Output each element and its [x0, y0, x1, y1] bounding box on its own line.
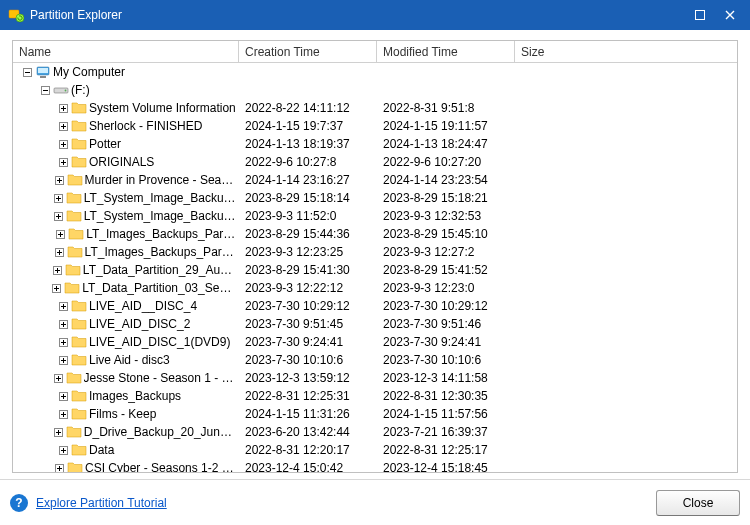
expand-icon[interactable]: [52, 282, 62, 294]
creation-time: 2022-8-22 14:11:12: [239, 101, 377, 115]
tree-node-folder[interactable]: Images_Backups2022-8-31 12:25:312022-8-3…: [13, 387, 737, 405]
tree-node-folder[interactable]: LT_System_Image_Backup_0...2023-9-3 11:5…: [13, 207, 737, 225]
tree-node-folder[interactable]: ORIGINALS2022-9-6 10:27:82022-9-6 10:27:…: [13, 153, 737, 171]
folder-icon: [71, 442, 87, 458]
tree-node-folder[interactable]: LT_Data_Partition_29_Aug_20...2023-8-29 …: [13, 261, 737, 279]
expand-icon[interactable]: [53, 210, 64, 222]
item-name: LT_Images_Backups_Partitio...: [85, 245, 237, 259]
folder-icon: [71, 100, 87, 116]
tree-node-folder[interactable]: Live Aid - disc32023-7-30 10:10:62023-7-…: [13, 351, 737, 369]
item-name: Sherlock - FINISHED: [89, 119, 237, 133]
tree-node-drive[interactable]: (F:): [13, 81, 737, 99]
item-name: LIVE_AID_DISC_2: [89, 317, 237, 331]
creation-time: 2024-1-14 23:16:27: [239, 173, 377, 187]
item-name: LT_System_Image_Backup_2...: [84, 191, 237, 205]
tree-node-folder[interactable]: Films - Keep2024-1-15 11:31:262024-1-15 …: [13, 405, 737, 423]
expand-icon[interactable]: [54, 246, 65, 258]
tree-node-folder[interactable]: System Volume Information2022-8-22 14:11…: [13, 99, 737, 117]
tree-node-label: (F:): [71, 83, 237, 97]
folder-icon: [71, 316, 87, 332]
tree-node-folder[interactable]: Murder in Provence - Season...2024-1-14 …: [13, 171, 737, 189]
modified-time: 2023-9-3 12:23:0: [377, 281, 515, 295]
tree-node-folder[interactable]: Jesse Stone - Season 1 - FINI...2023-12-…: [13, 369, 737, 387]
tree-node-folder[interactable]: D_Drive_Backup_20_Jun_20232023-6-20 13:4…: [13, 423, 737, 441]
creation-time: 2024-1-15 11:31:26: [239, 407, 377, 421]
creation-time: 2022-8-31 12:20:17: [239, 443, 377, 457]
tree-node-folder[interactable]: Data2022-8-31 12:20:172022-8-31 12:25:17: [13, 441, 737, 459]
creation-time: 2024-1-15 19:7:37: [239, 119, 377, 133]
tree-node-folder[interactable]: LIVE_AID__DISC_42023-7-30 10:29:122023-7…: [13, 297, 737, 315]
item-name: Potter: [89, 137, 237, 151]
expand-icon[interactable]: [53, 192, 64, 204]
item-name: CSI Cyber - Seasons 1-2 - Fl...: [85, 461, 237, 472]
tree-node-folder[interactable]: LT_Data_Partition_03_Sep_20232023-9-3 12…: [13, 279, 737, 297]
expand-icon[interactable]: [57, 336, 69, 348]
item-name: LT_Images_Backups_Partiti...: [86, 227, 237, 241]
creation-time: 2023-9-3 12:23:25: [239, 245, 377, 259]
modified-time: 2022-8-31 12:25:17: [377, 443, 515, 457]
tree-node-folder[interactable]: Potter2024-1-13 18:19:372024-1-13 18:24:…: [13, 135, 737, 153]
folder-icon: [71, 118, 87, 134]
column-header-size[interactable]: Size: [515, 41, 737, 62]
expand-icon[interactable]: [57, 444, 69, 456]
folder-icon: [67, 244, 83, 260]
tree-node-folder[interactable]: LIVE_AID_DISC_1(DVD9)2023-7-30 9:24:4120…: [13, 333, 737, 351]
expand-icon[interactable]: [52, 264, 63, 276]
tree-node-folder[interactable]: LT_Images_Backups_Partiti...2023-8-29 15…: [13, 225, 737, 243]
window-maximize-button[interactable]: [688, 3, 712, 27]
column-header-name[interactable]: Name: [13, 41, 239, 62]
folder-icon: [71, 154, 87, 170]
creation-time: 2023-12-3 13:59:12: [239, 371, 377, 385]
column-header-creation-time[interactable]: Creation Time: [239, 41, 377, 62]
folder-icon: [71, 388, 87, 404]
item-name: Live Aid - disc3: [89, 353, 237, 367]
expand-icon[interactable]: [57, 390, 69, 402]
tutorial-link[interactable]: Explore Partition Tutorial: [36, 496, 167, 510]
folder-icon: [66, 190, 82, 206]
modified-time: 2023-9-3 12:27:2: [377, 245, 515, 259]
expand-icon[interactable]: [57, 156, 69, 168]
item-name: Jesse Stone - Season 1 - FINI...: [84, 371, 237, 385]
tree-node-folder[interactable]: LIVE_AID_DISC_22023-7-30 9:51:452023-7-3…: [13, 315, 737, 333]
expand-icon[interactable]: [55, 228, 66, 240]
expand-icon[interactable]: [53, 426, 64, 438]
folder-icon: [66, 370, 82, 386]
expand-icon[interactable]: [57, 300, 69, 312]
modified-time: 2022-8-31 9:51:8: [377, 101, 515, 115]
expand-icon[interactable]: [57, 138, 69, 150]
expand-icon[interactable]: [53, 372, 64, 384]
svg-rect-2: [696, 11, 705, 20]
item-name: ORIGINALS: [89, 155, 237, 169]
folder-icon: [67, 460, 83, 472]
expand-icon[interactable]: [57, 354, 69, 366]
item-name: Data: [89, 443, 237, 457]
modified-time: 2023-7-30 9:51:46: [377, 317, 515, 331]
modified-time: 2023-7-21 16:39:37: [377, 425, 515, 439]
creation-time: 2024-1-13 18:19:37: [239, 137, 377, 151]
expand-icon[interactable]: [57, 408, 69, 420]
collapse-icon[interactable]: [21, 66, 33, 78]
creation-time: 2022-8-31 12:25:31: [239, 389, 377, 403]
tree-node-folder[interactable]: CSI Cyber - Seasons 1-2 - Fl...2023-12-4…: [13, 459, 737, 472]
expand-icon[interactable]: [54, 174, 65, 186]
drive-icon: [53, 82, 69, 98]
collapse-icon[interactable]: [39, 84, 51, 96]
window-close-button[interactable]: [718, 3, 742, 27]
modified-time: 2024-1-15 11:57:56: [377, 407, 515, 421]
tree-node-root[interactable]: My Computer: [13, 63, 737, 81]
close-button[interactable]: Close: [656, 490, 740, 516]
tree-node-folder[interactable]: LT_System_Image_Backup_2...2023-8-29 15:…: [13, 189, 737, 207]
folder-icon: [67, 172, 83, 188]
expand-icon[interactable]: [54, 462, 65, 472]
svg-point-1: [16, 14, 24, 22]
folder-icon: [65, 262, 81, 278]
tree-node-folder[interactable]: Sherlock - FINISHED2024-1-15 19:7:372024…: [13, 117, 737, 135]
expand-icon[interactable]: [57, 102, 69, 114]
column-header-modified-time[interactable]: Modified Time: [377, 41, 515, 62]
item-name: LT_Data_Partition_29_Aug_20...: [83, 263, 237, 277]
expand-icon[interactable]: [57, 120, 69, 132]
creation-time: 2023-7-30 9:24:41: [239, 335, 377, 349]
title-bar: Partition Explorer: [0, 0, 750, 30]
expand-icon[interactable]: [57, 318, 69, 330]
tree-node-folder[interactable]: LT_Images_Backups_Partitio...2023-9-3 12…: [13, 243, 737, 261]
